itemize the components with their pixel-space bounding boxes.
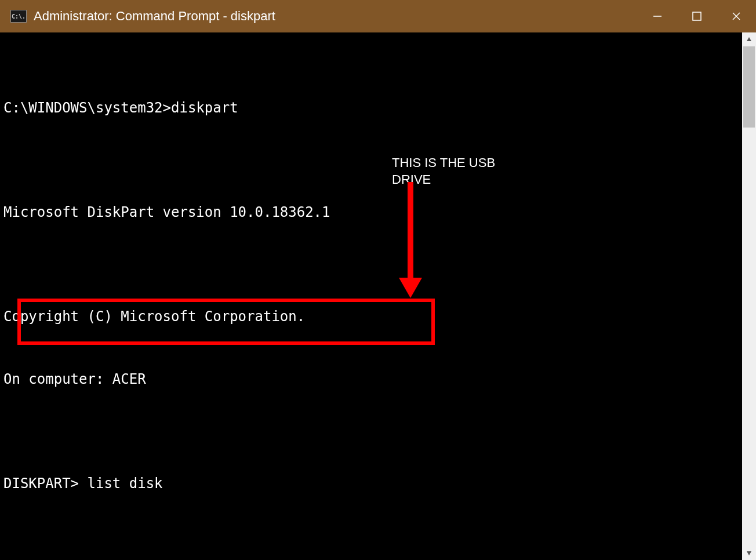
svg-marker-6 (747, 37, 751, 41)
terminal-line: Copyright (C) Microsoft Corporation. (0, 306, 742, 327)
scroll-up-icon[interactable] (742, 32, 756, 46)
annotation-line2: DRIVE (392, 172, 431, 187)
minimize-button[interactable] (638, 0, 677, 32)
terminal[interactable]: C:\WINDOWS\system32>diskpart Microsoft D… (0, 32, 756, 560)
terminal-line: Microsoft DiskPart version 10.0.18362.1 (0, 202, 742, 223)
terminal-line: C:\WINDOWS\system32>diskpart (0, 97, 742, 118)
window-title: Administrator: Command Prompt - diskpart (34, 9, 275, 24)
svg-rect-1 (693, 12, 701, 20)
scroll-thumb[interactable] (743, 46, 755, 128)
scroll-down-icon[interactable] (742, 546, 756, 560)
cmd-icon: C:\. (10, 10, 27, 23)
terminal-output: C:\WINDOWS\system32>diskpart Microsoft D… (0, 32, 742, 560)
window-controls (638, 0, 756, 32)
scrollbar[interactable] (742, 32, 756, 560)
titlebar: C:\. Administrator: Command Prompt - dis… (0, 0, 756, 32)
svg-marker-7 (747, 551, 751, 555)
close-button[interactable] (717, 0, 756, 32)
terminal-line: DISKPART> list disk (0, 473, 742, 494)
annotation-line1: THIS IS THE USB (392, 155, 495, 170)
annotation-label: THIS IS THE USB DRIVE (392, 155, 495, 188)
terminal-line: On computer: ACER (0, 369, 742, 390)
maximize-button[interactable] (677, 0, 717, 32)
